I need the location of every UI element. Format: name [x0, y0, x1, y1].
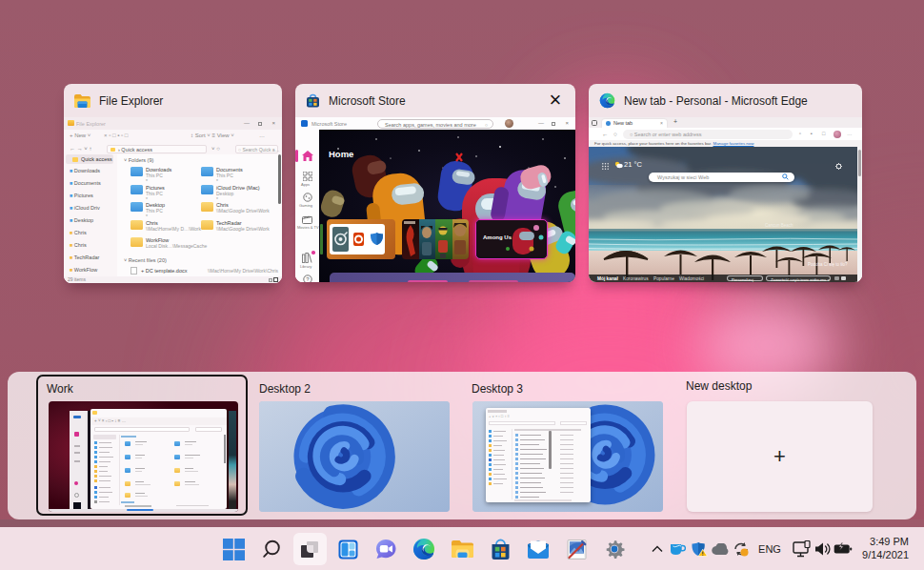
svg-text:?: ? — [306, 276, 310, 282]
